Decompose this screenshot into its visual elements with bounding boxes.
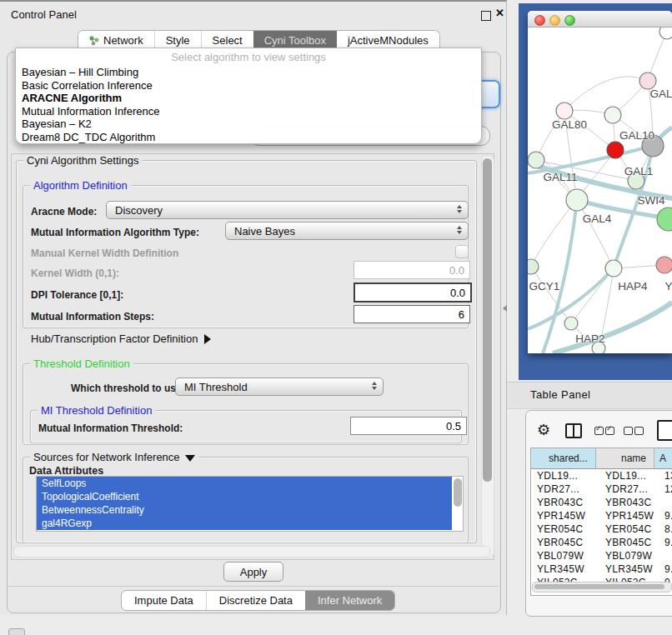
- node-gcy1[interactable]: [528, 259, 539, 274]
- list-scrollbar-thumb[interactable]: [454, 478, 462, 507]
- table-row[interactable]: YBR045CYBR045C9.: [531, 536, 672, 549]
- settings-vertical-scrollbar-thumb[interactable]: [483, 158, 492, 482]
- column-header-partial[interactable]: A: [654, 448, 672, 468]
- aracne-mode-select[interactable]: Discovery: [106, 201, 469, 219]
- data-attributes-label: Data Attributes: [29, 465, 103, 477]
- mi-threshold-input[interactable]: 0.5: [350, 417, 467, 435]
- table-row[interactable]: YPR145WYPR145W9.: [531, 509, 672, 522]
- mi-steps-input[interactable]: 6: [354, 305, 470, 323]
- deselect-all-checkbox-icon[interactable]: [624, 427, 633, 435]
- table-row[interactable]: YBL079WYBL079W: [531, 549, 672, 562]
- node-label: GAL: [649, 88, 672, 100]
- tab-infer-network-label: Infer Network: [318, 594, 382, 607]
- table-row[interactable]: YBR043CYBR043C: [531, 496, 672, 509]
- kernel-width-input[interactable]: 0.0: [354, 261, 470, 279]
- table-row[interactable]: YLR345WYLR345W9.: [531, 562, 672, 576]
- node-label-gal1: GAL1: [624, 165, 654, 178]
- tab-infer-network[interactable]: Infer Network: [305, 591, 394, 610]
- node-label-hap4: HAP4: [618, 280, 647, 292]
- table-row[interactable]: YDL19...YDL19...13: [531, 469, 672, 482]
- float-window-icon[interactable]: [481, 11, 491, 21]
- node-swi4[interactable]: [657, 208, 672, 231]
- algorithm-dropdown-prompt[interactable]: Select algorithm to view settings: [16, 51, 481, 66]
- node-label-partial: Y: [664, 280, 672, 292]
- apply-button[interactable]: Apply: [223, 562, 283, 582]
- cell: YBL079W: [531, 550, 599, 562]
- cyni-algorithm-settings-title: Cyni Algorithm Settings: [23, 154, 142, 167]
- sources-group-title[interactable]: Sources for Network Inference: [30, 451, 198, 463]
- tab-impute-data-label: Impute Data: [134, 594, 193, 607]
- dropdown-item-selected[interactable]: ARACNE Algorithm: [16, 92, 481, 105]
- bottom-tabbar: Impute Data Discretize Data Infer Networ…: [121, 590, 395, 611]
- deselect-all-checkbox-icon[interactable]: [634, 427, 644, 435]
- cell: 9.: [661, 537, 672, 548]
- splitter-collapse-icon[interactable]: [503, 305, 507, 312]
- hub-definition-toggle[interactable]: Hub/Transcription Factor Definition: [31, 332, 211, 345]
- dropdown-item[interactable]: Bayesian – K2: [16, 118, 481, 131]
- select-all-checkbox-icon[interactable]: [605, 427, 614, 435]
- network-window-titlebar[interactable]: [528, 11, 672, 28]
- network-edges-highlighted: [528, 128, 672, 353]
- select-all-checkbox-icon[interactable]: [594, 427, 604, 435]
- document-icon[interactable]: [657, 420, 672, 441]
- tab-discretize-data-label: Discretize Data: [219, 594, 293, 607]
- minimize-traffic-light[interactable]: [549, 15, 560, 26]
- threshold-definition-title: Threshold Definition: [30, 358, 133, 370]
- algorithm-dropdown: Select algorithm to view settings Bayesi…: [15, 48, 482, 144]
- kernel-width-value: 0.0: [449, 264, 464, 277]
- manual-kernel-label: Manual Kernel Width Definition: [31, 248, 178, 259]
- tab-discretize-data[interactable]: Discretize Data: [206, 591, 305, 610]
- node-gal10[interactable]: [604, 107, 621, 123]
- apply-button-label: Apply: [240, 566, 268, 578]
- column-header-name[interactable]: name: [596, 448, 654, 468]
- node-gal80[interactable]: [556, 102, 573, 119]
- node-table: shared... name A YDL19...YDL19...13 YDR2…: [530, 448, 672, 596]
- node-gal-partial[interactable]: [639, 72, 656, 89]
- dropdown-item[interactable]: Basic Correlation Inference: [16, 79, 481, 92]
- network-canvas[interactable]: GAL GAL80 GAL10 GAL1 GAL11 SWI4 GAL4 GCY…: [528, 28, 672, 353]
- table-horizontal-scrollbar-thumb[interactable]: [534, 584, 664, 589]
- list-item[interactable]: gal4RGexp: [37, 517, 452, 530]
- combo-arrows-icon: [457, 205, 462, 213]
- tab-impute-data[interactable]: Impute Data: [122, 591, 206, 610]
- table-row[interactable]: YDR27...YDR27...12: [531, 482, 672, 496]
- dropdown-item[interactable]: Mutual Information Inference: [16, 105, 481, 118]
- manual-kernel-checkbox[interactable]: [455, 245, 469, 258]
- node-selected-red[interactable]: [607, 142, 624, 158]
- cell: YLR345W: [531, 563, 599, 575]
- close-traffic-light[interactable]: [534, 15, 545, 26]
- close-icon[interactable]: ✕: [495, 7, 504, 19]
- node-hap4[interactable]: [605, 260, 622, 277]
- table-horizontal-scrollbar[interactable]: [532, 582, 672, 592]
- column-header-shared-name[interactable]: shared...: [531, 448, 596, 468]
- node-gal11[interactable]: [528, 152, 544, 168]
- tab-jactivemnodules-label: jActiveMNodules: [348, 34, 429, 47]
- collapsed-panel-button[interactable]: [8, 628, 25, 635]
- list-item[interactable]: BetweennessCentrality: [37, 503, 452, 517]
- node-gal4[interactable]: [566, 189, 588, 211]
- dpi-tolerance-input[interactable]: 0.0: [354, 282, 472, 302]
- node-hap2[interactable]: [564, 317, 578, 330]
- mi-threshold-label: Mutual Information Threshold:: [38, 422, 183, 434]
- dropdown-item[interactable]: Dream8 DC_TDC Algorithm: [16, 131, 481, 144]
- mi-type-label: Mutual Information Algorithm Type:: [31, 227, 199, 238]
- cell: YDR27...: [599, 483, 661, 495]
- columns-icon[interactable]: [565, 423, 582, 438]
- network-icon: [89, 36, 99, 46]
- zoom-traffic-light[interactable]: [564, 15, 575, 26]
- cell: YER054C: [531, 523, 599, 535]
- node-label-gal80: GAL80: [552, 118, 587, 131]
- node-salmon[interactable]: [656, 257, 672, 273]
- dropdown-item[interactable]: Bayesian – Hill Climbing: [16, 66, 481, 79]
- list-item[interactable]: SelfLoops: [37, 477, 452, 490]
- dpi-tolerance-value: 0.0: [450, 287, 465, 299]
- settings-horizontal-scrollbar[interactable]: [13, 546, 490, 558]
- list-item[interactable]: TopologicalCoefficient: [37, 490, 452, 503]
- mi-steps-value: 6: [459, 308, 464, 321]
- table-row[interactable]: YER054CYER054C8.: [531, 522, 672, 536]
- gear-icon[interactable]: ⚙: [537, 421, 550, 439]
- which-threshold-select[interactable]: MI Threshold: [175, 378, 384, 396]
- mi-algorithm-type-select[interactable]: Naive Bayes: [225, 222, 469, 240]
- tab-cyni-toolbox-label: Cyni Toolbox: [264, 34, 326, 47]
- node[interactable]: [659, 28, 672, 39]
